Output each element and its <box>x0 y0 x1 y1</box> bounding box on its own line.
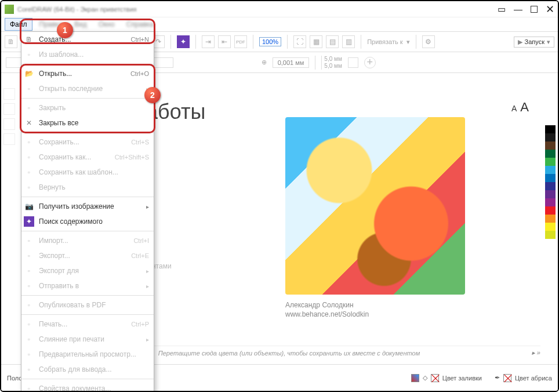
credit-name: Александр Солодкин <box>285 300 369 310</box>
color-swatch[interactable] <box>545 141 556 150</box>
color-swatch[interactable] <box>545 223 556 231</box>
zoom-level[interactable]: 100% <box>259 37 281 46</box>
search-icon: ✦ <box>24 216 34 227</box>
launch-button[interactable]: ▶ Запуск ▾ <box>514 37 554 48</box>
no-fill-icon <box>431 374 439 382</box>
outline-color-status[interactable]: ✒ Цвет абриса <box>495 374 552 382</box>
fill-color-status[interactable]: ◇ Цвет заливки <box>411 374 482 382</box>
tool-pick[interactable] <box>3 88 15 100</box>
menu-item-open[interactable]: 📂Открыть...Ctrl+O <box>21 66 154 81</box>
font-size-toggle[interactable]: AA <box>511 100 529 115</box>
new-doc-icon[interactable]: 🗎 <box>5 35 17 48</box>
tool-crop[interactable] <box>3 118 15 130</box>
font-small-icon[interactable]: A <box>511 104 517 113</box>
window-title: CorelDRAW (64-Bit) - Экран приветствия <box>17 6 137 13</box>
menu-shortcut: Ctrl+I <box>133 237 149 244</box>
menu-label: Импорт... <box>39 237 129 245</box>
menu-item-new[interactable]: 🗎Создать...Ctrl+N <box>21 32 154 47</box>
rulers-icon[interactable]: ▦ <box>310 35 322 48</box>
color-palette[interactable] <box>545 117 556 239</box>
menu-item-preview: ▫Предварительный просмотр... <box>21 347 154 362</box>
submenu-arrow-icon <box>146 202 149 210</box>
close-button[interactable]: ✕ <box>546 3 554 16</box>
open-icon: 📂 <box>24 68 34 79</box>
export-icon[interactable]: ⇤ <box>218 35 231 48</box>
submenu-arrow-icon <box>146 335 149 343</box>
search-content-icon[interactable]: ✦ <box>177 35 190 48</box>
guides-icon[interactable]: ▥ <box>342 35 355 48</box>
menu-help[interactable]: Справка <box>122 19 158 30</box>
color-swatch[interactable] <box>545 215 556 223</box>
duplicate-offset[interactable]: 5,0 мм 5,0 мм <box>321 56 342 70</box>
pen-icon: ✒ <box>495 374 500 382</box>
menu-shortcut: Ctrl+O <box>130 70 149 77</box>
new-icon: 🗎 <box>24 34 34 45</box>
tool-shape[interactable] <box>3 103 15 115</box>
treat-as-filled-icon[interactable] <box>348 57 358 68</box>
title-bar: CorelDRAW (64-Bit) - Экран приветствия ▭… <box>1 1 558 17</box>
menu-item-close: ▫Закрыть <box>21 100 154 115</box>
fill-swatch-icon <box>411 374 419 382</box>
save-as-icon: ▫ <box>24 152 34 162</box>
menu-item-collect: ▫Собрать для вывода... <box>21 362 154 377</box>
nudge-field[interactable]: 0,001 мм <box>273 57 310 68</box>
minimize-button[interactable]: — <box>514 4 522 14</box>
menu-label: Вернуть <box>39 183 149 191</box>
color-swatch[interactable] <box>545 174 556 182</box>
menu-label: Свойства документа... <box>39 384 149 392</box>
tool-zoom[interactable] <box>3 133 15 145</box>
menu-item-print-merge: ▫Слияние при печати <box>21 332 154 347</box>
menu-label: Сохранить как шаблон... <box>39 168 149 176</box>
menu-item-export: ▫Экспорт...Ctrl+E <box>21 248 154 263</box>
pdf-icon[interactable]: PDF <box>234 35 247 48</box>
acquire-icon: 📷 <box>24 201 34 212</box>
save-icon: ▫ <box>24 137 34 147</box>
menu-label: Экспорт для <box>39 267 141 275</box>
menu-label: Экспорт... <box>39 252 126 260</box>
menu-label: Печать... <box>39 320 126 328</box>
menu-window[interactable]: Окно <box>94 19 119 30</box>
color-swatch[interactable] <box>545 150 556 158</box>
font-large-icon[interactable]: A <box>520 100 529 114</box>
maximize-button[interactable] <box>531 6 538 13</box>
nudge-icon: ⊕ <box>262 59 267 66</box>
menu-item-print: ▫Печать...Ctrl+P <box>21 317 154 332</box>
menu-label: Предварительный просмотр... <box>39 350 149 358</box>
color-swatch[interactable] <box>545 117 556 125</box>
add-icon[interactable]: + <box>364 57 376 68</box>
submenu-arrow-icon <box>146 267 149 275</box>
color-swatch[interactable] <box>545 190 556 198</box>
menu-label: Создать... <box>39 35 126 43</box>
color-swatch[interactable] <box>545 133 556 141</box>
grid-icon[interactable]: ▤ <box>326 35 339 48</box>
callout-badge-1: 1 <box>57 22 73 38</box>
user-icon[interactable]: ▭ <box>498 4 506 14</box>
options-icon[interactable]: ⚙ <box>422 35 435 48</box>
launch-label: Запуск <box>525 38 545 45</box>
send-to-icon: ▫ <box>24 281 34 291</box>
snap-to-label[interactable]: Привязать к <box>367 38 402 45</box>
menu-bar: Файл Правка Вид Окно Справка <box>1 17 558 31</box>
credit-link[interactable]: www.behance.net/Solodkin <box>285 310 369 319</box>
color-swatch[interactable] <box>545 198 556 206</box>
menu-label: Слияние при печати <box>39 335 141 343</box>
color-swatch[interactable] <box>545 158 556 166</box>
color-swatch[interactable] <box>545 231 556 239</box>
menu-file[interactable]: Файл <box>5 18 32 31</box>
menu-item-search[interactable]: ✦Поиск содержимого <box>21 214 154 229</box>
close-all-icon: ✕ <box>24 118 34 128</box>
menu-item-acquire[interactable]: 📷Получить изображение <box>21 199 154 214</box>
color-swatch[interactable] <box>545 166 556 174</box>
menu-item-close-all[interactable]: ✕Закрыть все <box>21 115 154 130</box>
collect-icon: ▫ <box>24 364 34 375</box>
fullscreen-icon[interactable]: ⛶ <box>293 35 306 48</box>
menu-label: Получить изображение <box>39 202 141 210</box>
import-icon[interactable]: ⇥ <box>202 35 215 48</box>
color-swatch[interactable] <box>545 206 556 215</box>
color-swatch[interactable] <box>545 182 556 190</box>
menu-item-template: ▫Из шаблона... <box>21 47 154 62</box>
featured-artwork <box>285 117 465 295</box>
color-swatch[interactable] <box>545 125 556 133</box>
menu-label: Закрыть <box>39 104 149 112</box>
print-icon: ▫ <box>24 319 34 329</box>
